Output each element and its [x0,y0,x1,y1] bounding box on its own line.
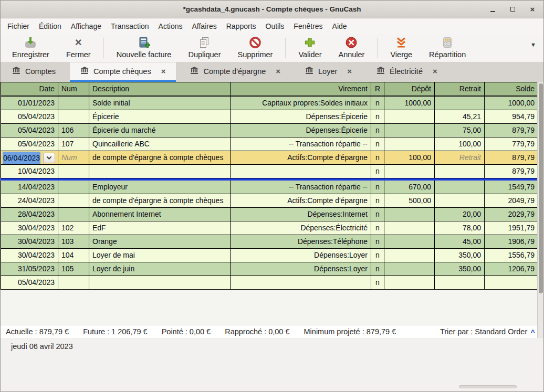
cell-balance[interactable]: 879,79 [485,124,538,137]
close-tab-button[interactable]: × Fermer [58,35,99,61]
cell-num[interactable]: Num [58,151,89,164]
cell-balance[interactable]: 879,79 [485,151,538,164]
cell-description[interactable] [89,165,231,178]
cell-withdrawal[interactable]: 350,00 [435,262,485,276]
chevron-down-icon[interactable]: ▼ [530,41,540,55]
cell-reconcile[interactable]: n [371,137,384,151]
menu-aide[interactable]: Aide [328,20,352,33]
cell-balance[interactable]: 2049,79 [485,194,538,207]
col-description[interactable]: Description [89,82,231,96]
cell-deposit[interactable] [384,165,435,178]
cell-description[interactable]: Loyer de juin [89,262,231,276]
cell-reconcile[interactable]: n [371,110,384,123]
col-depot[interactable]: Dépôt [384,82,435,96]
cell-num[interactable] [58,110,89,123]
cell-description[interactable]: Quincaillerie ABC [89,137,231,151]
menu-outils[interactable]: Outils [261,20,289,33]
cell-date[interactable]: 06/04/2023 [1,151,58,164]
cell-withdrawal[interactable] [435,97,485,110]
cell-balance[interactable] [485,276,538,289]
cell-deposit[interactable] [384,249,435,262]
sort-control[interactable]: Trier par : Standard Order ^ [440,327,535,336]
tab-close-icon[interactable]: × [347,67,352,75]
tab-comptes[interactable]: Comptes [2,62,66,82]
cell-withdrawal[interactable] [435,165,485,178]
cell-balance[interactable]: 2029,79 [485,208,538,221]
cell-description[interactable]: Épicerie du marché [89,124,231,137]
blank-transaction-button[interactable]: Vierge [382,35,421,61]
cell-deposit[interactable]: 500,00 [384,194,435,207]
cell-withdrawal[interactable] [435,276,485,289]
cell-date[interactable]: 28/04/2023 [1,208,58,221]
cell-withdrawal[interactable]: 20,00 [435,208,485,221]
cell-deposit[interactable] [384,110,435,123]
maximize-icon[interactable] [509,6,516,13]
cell-balance[interactable]: 1906,79 [485,235,538,248]
cell-deposit[interactable] [384,235,435,248]
cell-reconcile[interactable]: n [371,181,384,194]
cell-transfer[interactable]: -- Transaction répartie -- [231,181,371,194]
cell-deposit[interactable]: 670,00 [384,181,435,194]
cell-num[interactable] [58,181,89,194]
cell-reconcile[interactable]: n [371,262,384,276]
cell-transfer[interactable]: Capitaux propres:Soldes initiaux [231,97,371,110]
cell-description[interactable]: de compte d'épargne à compte chèques [89,194,231,207]
cell-deposit[interactable] [384,276,435,289]
cell-reconcile[interactable]: n [371,97,384,110]
cell-reconcile[interactable]: n [371,165,384,178]
cell-date[interactable]: 05/04/2023 [1,124,58,137]
cell-date[interactable]: 10/04/2023 [1,165,58,178]
tab-compte-epargne[interactable]: Compte d'épargne × [180,62,291,82]
delete-button[interactable]: Supprimer [229,35,281,61]
menu-fenetres[interactable]: Fenêtres [289,20,327,33]
date-input[interactable]: 06/04/2023 [3,152,40,164]
cell-date[interactable]: 05/04/2023 [1,137,58,151]
tab-loyer[interactable]: Loyer × [295,62,362,82]
cell-date[interactable]: 05/04/2023 [1,110,58,123]
cell-description[interactable]: Épicerie [89,110,231,123]
menu-actions[interactable]: Actions [154,20,187,33]
tab-close-icon[interactable]: × [276,67,280,75]
tab-compte-cheques[interactable]: Compte chèques × [70,62,176,82]
tab-close-icon[interactable]: × [161,67,166,75]
cell-num[interactable]: 102 [58,221,89,235]
cell-withdrawal[interactable] [435,194,485,207]
cell-num[interactable] [58,194,89,207]
validate-button[interactable]: Valider [290,35,330,61]
cell-withdrawal[interactable]: 75,00 [435,124,485,137]
menu-edition[interactable]: Édition [34,20,66,33]
cell-withdrawal[interactable]: 100,00 [435,137,485,151]
cell-transfer[interactable] [231,276,371,289]
cell-description[interactable]: Abonnement Internet [89,208,231,221]
cell-deposit[interactable] [384,124,435,137]
col-num[interactable]: Num [58,82,89,96]
menu-fichier[interactable]: Fichier [3,20,34,33]
cell-deposit[interactable] [384,137,435,151]
cell-transfer[interactable]: Dépenses:Épicerie [231,110,371,123]
date-dropdown-button[interactable] [43,153,55,163]
cell-transfer[interactable]: Dépenses:Électricité [231,221,371,235]
cell-reconcile[interactable]: n [371,221,384,235]
col-date[interactable]: Date [1,82,58,96]
minimize-icon[interactable] [489,6,496,13]
cell-date[interactable]: 05/04/2023 [1,276,58,289]
cell-reconcile[interactable]: n [371,249,384,262]
cell-reconcile[interactable]: n [371,235,384,248]
cell-transfer[interactable]: Actifs:Compte d'épargne [231,194,371,207]
save-button[interactable]: Enregistrer [4,35,58,61]
cell-num[interactable] [58,208,89,221]
cell-date[interactable]: 24/04/2023 [1,194,58,207]
cell-num[interactable]: 105 [58,262,89,276]
cell-balance[interactable]: 879,79 [485,165,538,178]
cell-transfer[interactable]: Dépenses:Internet [231,208,371,221]
cell-balance[interactable]: 954,79 [485,110,538,123]
col-retrait[interactable]: Retrait [435,82,485,96]
cancel-button[interactable]: Annuler [330,35,373,61]
cell-deposit[interactable] [384,262,435,276]
cell-transfer[interactable]: Dépenses:Loyer [231,249,371,262]
cell-reconcile[interactable]: n [371,151,384,164]
cell-num[interactable] [58,276,89,289]
cell-date[interactable]: 30/04/2023 [1,249,58,262]
cell-reconcile[interactable]: n [371,276,384,289]
col-solde[interactable]: Solde [485,82,538,96]
